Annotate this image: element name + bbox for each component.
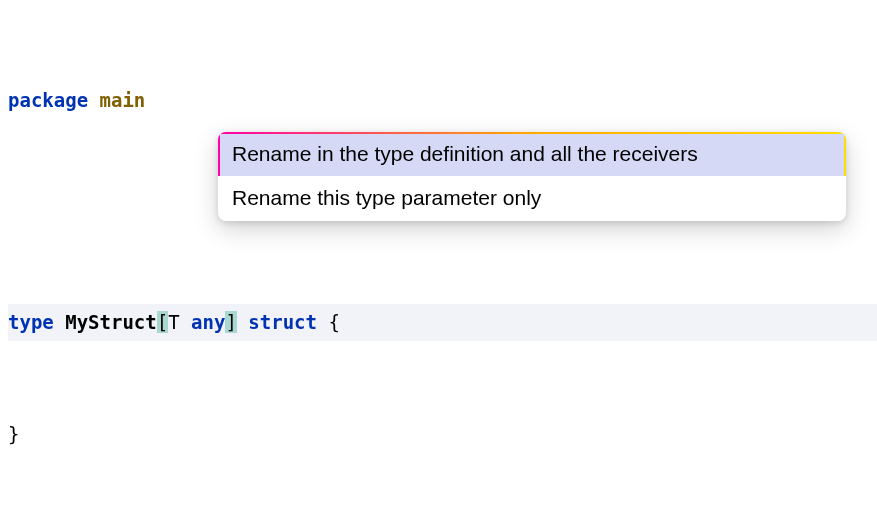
package-name: main <box>100 89 146 111</box>
bracket-highlighted: ] <box>225 311 236 333</box>
rename-option-this-only-label: Rename this type parameter only <box>232 186 541 209</box>
brace: { <box>328 311 339 333</box>
keyword-struct: struct <box>248 311 317 333</box>
type-param: T <box>168 311 179 333</box>
rename-option-all[interactable]: Rename in the type definition and all th… <box>218 132 846 176</box>
code-line-4: } <box>8 416 877 453</box>
code-line-1: package main <box>8 82 877 119</box>
keyword-any: any <box>191 311 225 333</box>
code-editor[interactable]: package main type MyStruct[T any] struct… <box>0 0 877 526</box>
code-line-3: type MyStruct[T any] struct { <box>8 304 877 341</box>
bracket-highlighted: [ <box>157 311 168 333</box>
keyword-type: type <box>8 311 54 333</box>
rename-popup: Rename in the type definition and all th… <box>218 132 846 221</box>
keyword-package: package <box>8 89 88 111</box>
rename-option-this-only[interactable]: Rename this type parameter only <box>218 176 846 220</box>
selection-border <box>844 132 846 176</box>
type-name: MyStruct <box>65 311 157 333</box>
rename-option-all-label: Rename in the type definition and all th… <box>232 142 698 165</box>
brace: } <box>8 423 19 445</box>
